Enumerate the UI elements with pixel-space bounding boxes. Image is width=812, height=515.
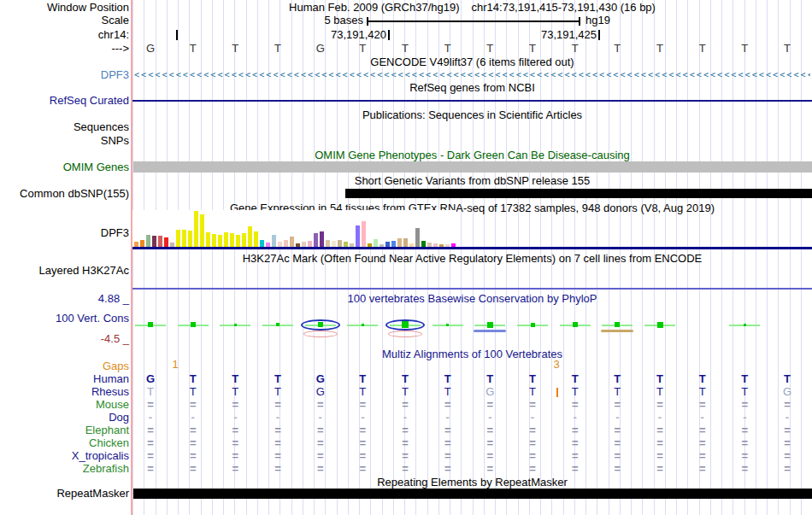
multiz-gap-count[interactable]: 1 <box>172 359 178 371</box>
multiz-mouse-align-glyph[interactable]: = <box>572 399 579 411</box>
gtex-tissue-bar[interactable] <box>272 235 276 247</box>
multiz-row-label-zebrafish[interactable]: Zebrafish <box>0 463 129 475</box>
multiz-x-tropicalis-align-glyph[interactable]: = <box>190 450 197 462</box>
multiz-x-tropicalis-align-glyph[interactable]: = <box>529 450 536 462</box>
multiz-elephant-align-glyph[interactable]: = <box>742 424 749 436</box>
phylop-score-square[interactable] <box>148 322 153 327</box>
gtex-tissue-bar[interactable] <box>224 232 228 247</box>
multiz-dog-align-glyph[interactable]: - <box>574 412 577 424</box>
multiz-x-tropicalis-align-glyph[interactable]: = <box>402 450 409 462</box>
multiz-chicken-align-glyph[interactable]: = <box>615 437 621 449</box>
multiz-chicken-align-glyph[interactable]: = <box>147 437 154 449</box>
gtex-tissue-bar[interactable] <box>182 230 186 247</box>
phylop-score-square[interactable] <box>487 322 493 328</box>
multiz-x-tropicalis-align-glyph[interactable]: = <box>699 450 706 462</box>
multiz-mouse-align-glyph[interactable]: = <box>699 399 706 411</box>
multiz-x-tropicalis-align-glyph[interactable]: = <box>444 450 451 462</box>
multiz-elephant-align-glyph[interactable]: = <box>147 424 154 436</box>
multiz-dog-align-glyph[interactable]: - <box>361 412 364 424</box>
multiz-rhesus-base[interactable]: T <box>572 386 579 398</box>
gtex-tissue-bar[interactable] <box>290 237 294 247</box>
multiz-human-base[interactable]: T <box>784 373 791 385</box>
multiz-dog-align-glyph[interactable]: - <box>149 412 152 424</box>
gtex-tissue-bar[interactable] <box>158 236 162 247</box>
multiz-chicken-align-glyph[interactable]: = <box>402 437 409 449</box>
multiz-human-base[interactable]: G <box>146 373 155 385</box>
multiz-mouse-align-glyph[interactable]: = <box>444 399 451 411</box>
omim-gene-item[interactable] <box>133 161 812 173</box>
multiz-zebrafish-align-glyph[interactable]: = <box>742 463 749 475</box>
multiz-zebrafish-align-glyph[interactable]: = <box>190 463 197 475</box>
multiz-elephant-align-glyph[interactable]: = <box>274 424 281 436</box>
multiz-row-label-chicken[interactable]: Chicken <box>0 437 129 449</box>
multiz-rhesus-base[interactable]: T <box>741 386 748 398</box>
multiz-mouse-align-glyph[interactable]: = <box>402 399 409 411</box>
multiz-chicken-align-glyph[interactable]: = <box>274 437 281 449</box>
multiz-rhesus-base[interactable]: G <box>316 386 325 398</box>
multiz-chicken-align-glyph[interactable]: = <box>190 437 197 449</box>
multiz-mouse-align-glyph[interactable]: = <box>232 399 239 411</box>
gtex-tissue-bar[interactable] <box>188 231 192 247</box>
multiz-elephant-align-glyph[interactable]: = <box>444 424 451 436</box>
multiz-human-base[interactable]: T <box>444 373 451 385</box>
multiz-dog-align-glyph[interactable]: - <box>191 412 195 424</box>
multiz-rhesus-base[interactable]: T <box>359 386 366 398</box>
multiz-row-label-rhesus[interactable]: Rhesus <box>0 386 129 398</box>
multiz-chicken-align-glyph[interactable]: = <box>444 437 451 449</box>
multiz-chicken-align-glyph[interactable]: = <box>742 437 749 449</box>
multiz-x-tropicalis-align-glyph[interactable]: = <box>274 450 281 462</box>
gtex-tissue-bar[interactable] <box>391 241 396 247</box>
multiz-elephant-align-glyph[interactable]: = <box>615 424 621 436</box>
track-label-refseq-curated[interactable]: RefSeq Curated <box>0 95 129 107</box>
gtex-tissue-bar[interactable] <box>164 237 168 247</box>
gtex-tissue-bar[interactable] <box>415 228 420 247</box>
multiz-rhesus-base[interactable]: G <box>485 386 494 398</box>
multiz-zebrafish-align-glyph[interactable]: = <box>699 463 706 475</box>
multiz-x-tropicalis-align-glyph[interactable]: = <box>360 450 367 462</box>
multiz-zebrafish-align-glyph[interactable]: = <box>615 463 621 475</box>
multiz-chicken-align-glyph[interactable]: = <box>360 437 367 449</box>
multiz-human-base[interactable]: T <box>232 373 238 385</box>
gtex-tissue-bar[interactable] <box>308 241 312 247</box>
multiz-zebrafish-align-glyph[interactable]: = <box>360 463 367 475</box>
multiz-dog-align-glyph[interactable]: - <box>786 412 789 424</box>
multiz-elephant-align-glyph[interactable]: = <box>572 424 579 436</box>
multiz-rhesus-base[interactable]: T <box>232 386 238 398</box>
multiz-chicken-align-glyph[interactable]: = <box>572 437 579 449</box>
multiz-elephant-align-glyph[interactable]: = <box>317 424 324 436</box>
multiz-human-base[interactable]: T <box>402 373 409 385</box>
multiz-chicken-align-glyph[interactable]: = <box>529 437 536 449</box>
gtex-tissue-bar[interactable] <box>403 238 408 247</box>
dbsnp-variant-item[interactable] <box>345 189 812 198</box>
phylop-score-square[interactable] <box>531 323 535 327</box>
multiz-human-base[interactable]: T <box>529 373 536 385</box>
track-label-snps[interactable]: SNPs <box>0 135 129 147</box>
gtex-tissue-bar[interactable] <box>146 235 150 247</box>
multiz-zebrafish-align-glyph[interactable]: = <box>784 463 791 475</box>
multiz-chicken-align-glyph[interactable]: = <box>784 437 791 449</box>
gtex-tissue-bar[interactable] <box>362 221 366 247</box>
multiz-mouse-align-glyph[interactable]: = <box>742 399 749 411</box>
track-label-gencode-dpf3[interactable]: DPF3 <box>0 69 129 81</box>
multiz-rhesus-base[interactable]: T <box>402 386 409 398</box>
multiz-mouse-align-glyph[interactable]: = <box>784 399 791 411</box>
multiz-human-base[interactable]: T <box>572 373 579 385</box>
gtex-tissue-bar[interactable] <box>152 236 156 247</box>
repeatmasker-item[interactable] <box>133 489 812 499</box>
multiz-elephant-align-glyph[interactable]: = <box>487 424 494 436</box>
phylop-score-square[interactable] <box>276 323 279 326</box>
gtex-tissue-bar[interactable] <box>140 240 144 247</box>
phylop-negative-loop[interactable] <box>301 319 340 331</box>
multiz-gap-count[interactable]: 3 <box>553 359 559 371</box>
multiz-mouse-align-glyph[interactable]: = <box>147 399 154 411</box>
gtex-tissue-bar[interactable] <box>242 233 246 247</box>
gtex-tissue-bar[interactable] <box>338 240 342 247</box>
multiz-x-tropicalis-align-glyph[interactable]: = <box>742 450 749 462</box>
multiz-elephant-align-glyph[interactable]: = <box>656 424 663 436</box>
multiz-human-base[interactable]: T <box>741 373 748 385</box>
phylop-score-square[interactable] <box>615 322 620 327</box>
multiz-chicken-align-glyph[interactable]: = <box>317 437 324 449</box>
gtex-tissue-bar[interactable] <box>230 233 234 247</box>
multiz-dog-align-glyph[interactable]: - <box>233 412 237 424</box>
multiz-mouse-align-glyph[interactable]: = <box>317 399 324 411</box>
